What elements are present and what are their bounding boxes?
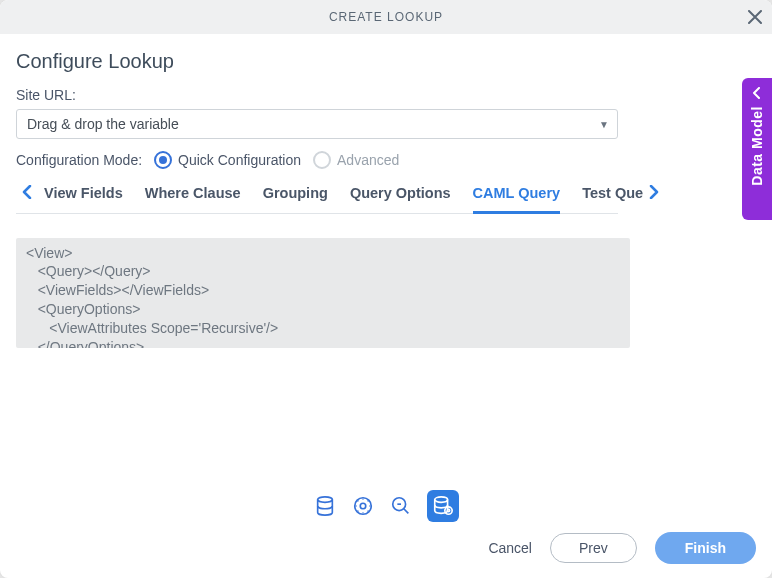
- radio-selected-icon: [154, 151, 172, 169]
- step-configure-lookup-icon[interactable]: [427, 490, 459, 522]
- svg-point-2: [360, 503, 366, 509]
- section-heading: Configure Lookup: [16, 50, 756, 73]
- chevron-down-icon: ▼: [599, 119, 609, 130]
- dialog-footer: Cancel Prev Finish: [0, 482, 772, 578]
- step-database-icon[interactable]: [313, 494, 337, 518]
- tabs-container: View Fields Where Clause Grouping Query …: [16, 181, 618, 214]
- chevron-left-icon: [752, 86, 762, 102]
- svg-point-1: [355, 498, 372, 515]
- tab-view-fields[interactable]: View Fields: [44, 181, 123, 213]
- svg-point-5: [445, 507, 452, 514]
- tab-where-clause[interactable]: Where Clause: [145, 181, 241, 213]
- radio-unselected-icon: [313, 151, 331, 169]
- configuration-mode-label: Configuration Mode:: [16, 152, 142, 168]
- wizard-stepper: [16, 490, 756, 522]
- prev-button[interactable]: Prev: [550, 533, 637, 563]
- svg-point-4: [435, 497, 448, 503]
- site-url-label: Site URL:: [16, 87, 756, 103]
- titlebar: CREATE LOOKUP: [0, 0, 772, 34]
- svg-point-0: [318, 497, 333, 503]
- side-panel-label: Data Model: [749, 106, 765, 186]
- dialog-window: CREATE LOOKUP Configure Lookup Site URL:…: [0, 0, 772, 578]
- titlebar-title: CREATE LOOKUP: [329, 10, 443, 24]
- footer-buttons: Cancel Prev Finish: [16, 532, 756, 564]
- configuration-mode-row: Configuration Mode: Quick Configuration …: [16, 151, 756, 169]
- cancel-button[interactable]: Cancel: [488, 540, 532, 556]
- tab-caml-query[interactable]: CAML Query: [473, 181, 561, 214]
- tab-query-options[interactable]: Query Options: [350, 181, 451, 213]
- radio-advanced[interactable]: Advanced: [313, 151, 399, 169]
- close-icon[interactable]: [748, 7, 762, 27]
- tab-grouping[interactable]: Grouping: [263, 181, 328, 213]
- site-url-dropdown[interactable]: Drag & drop the variable ▼: [16, 109, 618, 139]
- dialog-body: Configure Lookup Site URL: Drag & drop t…: [0, 34, 772, 482]
- svg-point-6: [447, 509, 449, 511]
- caml-query-output[interactable]: <View> <Query></Query> <ViewFields></Vie…: [16, 238, 630, 348]
- step-search-icon[interactable]: [389, 494, 413, 518]
- radio-quick-label: Quick Configuration: [178, 152, 301, 168]
- site-url-value: Drag & drop the variable: [27, 116, 179, 132]
- side-panel-toggle[interactable]: Data Model: [742, 78, 772, 220]
- radio-advanced-label: Advanced: [337, 152, 399, 168]
- tabs-scroll-right[interactable]: [643, 185, 665, 209]
- tabs: View Fields Where Clause Grouping Query …: [38, 181, 643, 213]
- tab-test-query[interactable]: Test Que: [582, 181, 643, 213]
- radio-quick-configuration[interactable]: Quick Configuration: [154, 151, 301, 169]
- tabs-scroll-left[interactable]: [16, 185, 38, 209]
- step-gear-icon[interactable]: [351, 494, 375, 518]
- finish-button[interactable]: Finish: [655, 532, 756, 564]
